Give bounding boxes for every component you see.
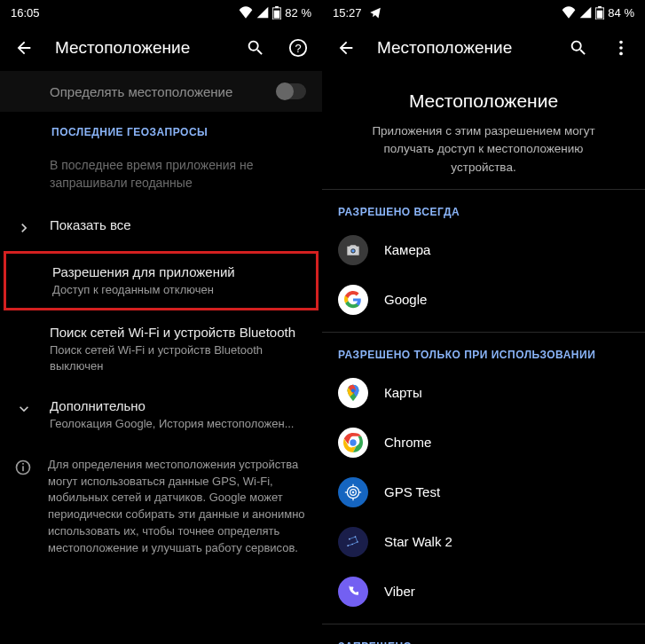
page-title: Местоположение: [377, 38, 547, 58]
wifi-icon: [239, 6, 253, 19]
app-row-viber[interactable]: Viber: [322, 567, 645, 617]
search-button[interactable]: [567, 36, 590, 59]
info-icon: [14, 459, 32, 476]
status-right: 84 %: [562, 6, 634, 20]
overflow-button[interactable]: [610, 36, 633, 59]
app-name: GPS Test: [384, 484, 440, 499]
app-name: Viber: [384, 584, 415, 599]
svg-rect-10: [597, 10, 603, 18]
chrome-app-icon: [338, 428, 368, 458]
app-permissions-sub: Доступ к геоданным отключен: [52, 282, 303, 298]
svg-rect-7: [22, 463, 24, 465]
viber-app-icon: [338, 577, 368, 607]
google-app-icon: [338, 285, 368, 315]
svg-point-16: [351, 249, 354, 252]
app-row-starwalk[interactable]: Star Walk 2: [322, 517, 645, 567]
telegram-notif-icon: [369, 6, 381, 19]
app-name: Карты: [384, 385, 422, 400]
app-bar: Местоположение: [322, 25, 645, 71]
battery-icon: [595, 6, 604, 20]
show-all-row[interactable]: Показать все: [0, 205, 322, 249]
section-recent-requests: ПОСЛЕДНИЕ ГЕОЗАПРОСЫ: [0, 112, 322, 147]
svg-rect-1: [275, 6, 279, 8]
status-bar: 15:27 84 %: [322, 0, 645, 25]
search-button[interactable]: [244, 36, 267, 59]
screen-location-permission: 15:27 84 % Местоположение Местоположение…: [322, 0, 645, 644]
gpstest-app-icon: [338, 477, 368, 507]
status-time: 16:05: [11, 6, 40, 20]
app-name: Chrome: [384, 435, 431, 450]
starwalk-app-icon: [338, 527, 368, 557]
app-row-camera[interactable]: Камера: [322, 225, 645, 275]
search-icon: [246, 38, 265, 58]
chevron-down-icon: [15, 400, 33, 418]
app-name: Камера: [384, 242, 430, 257]
svg-point-12: [619, 46, 623, 50]
signal-icon: [579, 6, 592, 19]
svg-text:?: ?: [295, 42, 301, 55]
help-button[interactable]: ?: [287, 36, 310, 59]
svg-point-17: [351, 389, 355, 392]
advanced-row[interactable]: Дополнительно Геолокация Google, История…: [0, 386, 322, 444]
location-master-toggle-row[interactable]: Определять местоположение: [0, 71, 322, 112]
status-bar: 16:05 82 %: [0, 0, 322, 25]
svg-point-11: [619, 41, 623, 44]
chevron-right-icon: [15, 219, 33, 237]
back-arrow-icon: [14, 38, 34, 58]
app-row-maps[interactable]: Карты: [322, 368, 645, 418]
status-time: 15:27: [333, 6, 362, 20]
scanning-sub: Поиск сетей Wi-Fi и устройств Bluetooth …: [50, 342, 306, 373]
status-right: 82 %: [239, 6, 311, 20]
app-row-chrome[interactable]: Chrome: [322, 418, 645, 467]
back-button[interactable]: [334, 36, 358, 59]
app-row-gpstest[interactable]: GPS Test: [322, 467, 645, 517]
battery-icon: [272, 6, 281, 20]
app-row-google[interactable]: Google: [322, 275, 645, 325]
more-vert-icon: [611, 38, 631, 58]
advanced-title: Дополнительно: [50, 398, 306, 413]
screen-location-settings: 16:05 82 % Местоположение ? Определять м…: [0, 0, 322, 644]
toggle-label: Определять местоположение: [50, 84, 276, 99]
page-title: Местоположение: [55, 38, 224, 58]
show-all-label: Показать все: [50, 217, 306, 232]
help-icon: ?: [288, 38, 308, 58]
status-battery: 82 %: [285, 6, 311, 20]
signal-icon: [256, 6, 269, 19]
location-switch[interactable]: [276, 83, 306, 99]
app-permissions-row[interactable]: Разрешения для приложений Доступ к геода…: [4, 251, 319, 311]
app-name: Star Walk 2: [384, 534, 452, 549]
app-name: Google: [384, 292, 427, 307]
permission-description: Приложения с этим разрешением могут полу…: [358, 122, 610, 177]
svg-point-13: [619, 52, 623, 56]
section-allowed-inuse: РАЗРЕШЕНО ТОЛЬКО ПРИ ИСПОЛЬЗОВАНИИ: [322, 333, 645, 368]
permission-header: Местоположение Приложения с этим разреше…: [322, 71, 645, 189]
camera-app-icon: [338, 235, 368, 265]
scanning-row[interactable]: Поиск сетей Wi-Fi и устройств Bluetooth …: [0, 312, 322, 386]
svg-point-23: [352, 491, 355, 494]
scanning-title: Поиск сетей Wi-Fi и устройств Bluetooth: [50, 325, 306, 340]
location-info-note: Для определения местоположения устройств…: [0, 444, 322, 569]
svg-rect-2: [274, 10, 280, 18]
svg-rect-6: [22, 466, 24, 471]
maps-app-icon: [338, 378, 368, 408]
advanced-sub: Геолокация Google, История местоположен.…: [50, 416, 306, 432]
app-bar: Местоположение ?: [0, 25, 322, 71]
info-text: Для определения местоположения устройств…: [48, 457, 306, 557]
status-battery: 84 %: [608, 6, 634, 20]
svg-rect-9: [598, 6, 602, 8]
back-button[interactable]: [12, 36, 35, 59]
wifi-icon: [562, 6, 576, 19]
section-allowed-always: РАЗРЕШЕНО ВСЕГДА: [322, 190, 645, 225]
recent-empty-text: В последнее время приложения не запрашив…: [0, 147, 322, 205]
search-icon: [569, 38, 588, 58]
back-arrow-icon: [336, 38, 356, 58]
section-denied: ЗАПРЕЩЕНО: [322, 624, 645, 644]
app-permissions-title: Разрешения для приложений: [52, 264, 303, 279]
permission-name: Местоположение: [358, 90, 610, 112]
